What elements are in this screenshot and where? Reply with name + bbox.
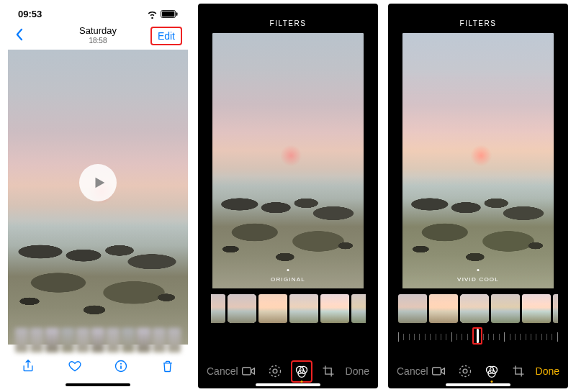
home-indicator[interactable] bbox=[66, 383, 130, 386]
home-indicator[interactable] bbox=[256, 383, 320, 386]
editor-preview[interactable]: ORIGINAL bbox=[212, 33, 364, 288]
cancel-button[interactable]: Cancel bbox=[207, 365, 241, 377]
filter-thumb[interactable] bbox=[429, 294, 458, 323]
heart-icon[interactable] bbox=[68, 359, 82, 373]
adjust-icon[interactable] bbox=[458, 364, 472, 378]
red-highlight bbox=[472, 327, 482, 345]
selected-dot bbox=[300, 380, 302, 383]
filters-icon[interactable] bbox=[485, 364, 499, 378]
crop-icon[interactable] bbox=[321, 364, 336, 378]
adjust-icon[interactable] bbox=[268, 364, 282, 378]
svg-point-14 bbox=[459, 366, 470, 377]
play-button[interactable] bbox=[79, 164, 117, 201]
editor-screen-original: FILTERS ORIGINAL Cancel Done bbox=[198, 4, 378, 388]
photos-viewer-screen: 09:53 Saturday 18:58 Edit CINEMATIC bbox=[8, 4, 188, 388]
nav-bar: Saturday 18:58 Edit bbox=[8, 21, 188, 50]
nav-title-day: Saturday bbox=[79, 25, 117, 37]
svg-point-9 bbox=[273, 369, 277, 373]
video-icon[interactable] bbox=[431, 364, 446, 378]
svg-point-15 bbox=[463, 369, 467, 373]
video-icon[interactable] bbox=[241, 364, 256, 378]
svg-point-5 bbox=[120, 363, 122, 365]
filter-thumb[interactable] bbox=[289, 294, 318, 323]
status-bar: 09:53 bbox=[8, 4, 188, 21]
svg-rect-7 bbox=[242, 368, 251, 375]
svg-rect-2 bbox=[176, 12, 178, 16]
selected-dot bbox=[490, 380, 492, 383]
editor-preview[interactable]: VIVID COOL bbox=[402, 33, 554, 288]
crop-icon[interactable] bbox=[511, 364, 526, 378]
back-button[interactable] bbox=[15, 25, 23, 45]
svg-point-8 bbox=[269, 366, 280, 377]
intensity-slider[interactable] bbox=[398, 327, 558, 346]
filter-thumb-selected[interactable] bbox=[460, 294, 489, 323]
svg-rect-1 bbox=[162, 12, 174, 17]
selected-filter-label: VIVID COOL bbox=[457, 276, 499, 283]
editor-header: FILTERS bbox=[388, 4, 568, 33]
filters-icon[interactable] bbox=[294, 364, 309, 378]
share-icon[interactable] bbox=[21, 359, 35, 373]
edit-button[interactable]: Edit bbox=[150, 27, 182, 45]
filter-thumbnails[interactable] bbox=[208, 294, 368, 324]
filter-thumb[interactable] bbox=[398, 294, 427, 323]
status-time: 09:53 bbox=[18, 9, 42, 19]
filter-indicator-dot bbox=[477, 269, 480, 271]
battery-icon bbox=[161, 10, 178, 18]
filter-indicator-dot bbox=[287, 269, 289, 271]
trash-icon[interactable] bbox=[161, 359, 175, 373]
filter-thumb[interactable] bbox=[491, 294, 520, 323]
thumbnail-strip[interactable] bbox=[8, 328, 188, 352]
red-highlight bbox=[291, 360, 312, 383]
filter-thumb-original[interactable] bbox=[228, 294, 256, 323]
editor-screen-vivid-cool: FILTERS VIVID COOL Cancel bbox=[388, 4, 568, 388]
svg-rect-13 bbox=[432, 368, 441, 375]
nav-title-time: 18:58 bbox=[79, 37, 117, 45]
editor-toolbar: Cancel Done bbox=[198, 364, 378, 378]
done-button[interactable]: Done bbox=[336, 365, 370, 377]
filter-thumb[interactable] bbox=[522, 294, 551, 323]
editor-header: FILTERS bbox=[198, 4, 378, 33]
svg-rect-6 bbox=[120, 365, 122, 369]
done-button[interactable]: Done bbox=[526, 365, 560, 377]
nav-title: Saturday 18:58 bbox=[79, 25, 117, 45]
info-icon[interactable] bbox=[114, 359, 128, 373]
filter-thumbnails[interactable] bbox=[398, 294, 558, 324]
home-indicator[interactable] bbox=[446, 383, 510, 386]
editor-toolbar: Cancel Done bbox=[388, 364, 568, 378]
wifi-icon bbox=[147, 10, 158, 19]
selected-filter-label: ORIGINAL bbox=[271, 276, 305, 283]
filter-thumb[interactable] bbox=[258, 294, 287, 323]
filter-thumb[interactable] bbox=[320, 294, 349, 323]
cancel-button[interactable]: Cancel bbox=[397, 365, 431, 377]
video-preview[interactable] bbox=[8, 50, 188, 345]
